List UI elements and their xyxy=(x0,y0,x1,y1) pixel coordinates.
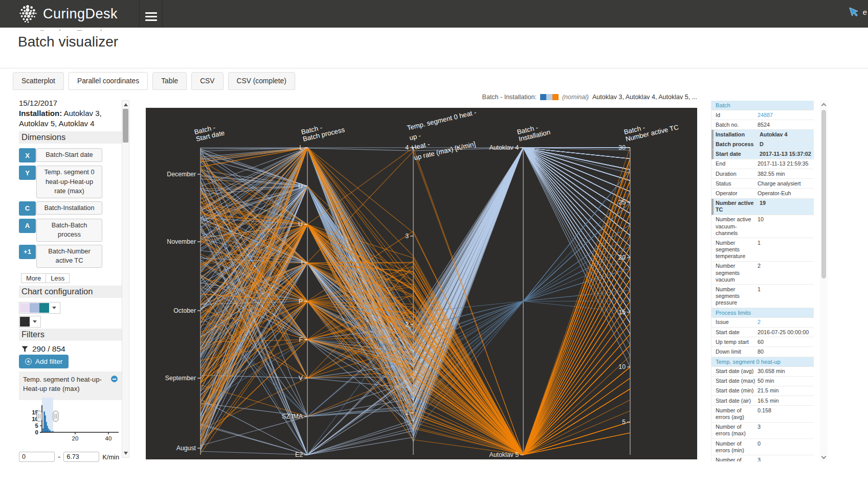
dimension-label[interactable]: Batch-Start date xyxy=(36,148,102,162)
detail-row-end[interactable]: End2017-11-13 21:59:35 xyxy=(711,159,814,169)
detail-row-number-of-errors-sum[interactable]: Number of errors (sum)3 xyxy=(711,455,814,461)
axis-title-installation[interactable]: Batch -Installation xyxy=(516,121,551,143)
tick-start-date: November xyxy=(167,238,196,245)
detail-scrollbar-thumb[interactable] xyxy=(821,110,826,278)
detail-row-label: Duration xyxy=(711,169,756,178)
detail-row-operator[interactable]: OperatorOperator-Euh xyxy=(711,189,814,198)
detail-row-installation[interactable]: InstallationAutoklav 4 xyxy=(711,130,814,140)
detail-row-issue[interactable]: Issue2 xyxy=(711,318,814,328)
detail-row-number-of-errors-max[interactable]: Number of errors (max)3 xyxy=(711,423,814,439)
single-color-dropdown[interactable] xyxy=(19,316,41,328)
tick-start-date: December xyxy=(167,171,196,178)
dimension-key-1[interactable]: +1 xyxy=(19,245,36,259)
add-filter-button[interactable]: + Add filter xyxy=(19,355,69,368)
dimension-label[interactable]: Batch-Batch process xyxy=(36,219,102,242)
dimension-key-a[interactable]: A xyxy=(19,219,36,233)
legend-swatch-2 xyxy=(552,94,559,100)
sidebar-scrollbar[interactable] xyxy=(122,100,129,458)
sidebar-date: 15/12/2017 xyxy=(19,99,57,107)
palette-dropdown[interactable] xyxy=(19,302,60,314)
detail-section-batch[interactable]: Batch xyxy=(711,101,814,110)
brush-handle-right[interactable] xyxy=(53,411,58,422)
detail-section-process-limits[interactable]: Process limits xyxy=(711,308,814,318)
tab-parallel-coordinates[interactable]: Parallel coordinates xyxy=(69,72,148,90)
detail-row-number-active-vacuum-channels[interactable]: Number active vacuum-channels10 xyxy=(711,215,814,239)
detail-row-start-date[interactable]: Start date2017-11-13 15:37:02 xyxy=(711,150,814,159)
sidebar-scrollbar-thumb[interactable] xyxy=(123,109,128,143)
detail-row-start-date-max[interactable]: Start date (max)50 min xyxy=(711,377,814,386)
detail-row-number-segments-vacuum[interactable]: Number segments vacuum2 xyxy=(711,262,814,285)
chart-legend: Batch - Installation: (nominal) Autoklav… xyxy=(448,92,697,101)
detail-row-value-link[interactable]: 2 xyxy=(756,318,814,327)
dimension-label[interactable]: Temp. segment 0 heat-up-Heat-up rate (ma… xyxy=(36,166,102,198)
detail-row-number-active-tc[interactable]: Number active TC19 xyxy=(711,199,814,215)
dimension-label[interactable]: Batch-Installation xyxy=(36,201,102,215)
tick-start-date: August xyxy=(176,445,196,452)
dimension-label[interactable]: Batch-Number active TC xyxy=(36,245,102,268)
more-button[interactable]: More xyxy=(21,273,46,283)
app-root: CuringDesk e CuringDesk Batch visualizer… xyxy=(0,0,868,488)
detail-row-label: Operator xyxy=(711,189,756,198)
detail-section-temp-segment-0-heat-up[interactable]: Temp. segment 0 heat-up xyxy=(711,357,814,367)
axis-title-start-date[interactable]: Batch -Start date xyxy=(193,122,225,143)
dimension-key-c[interactable]: C xyxy=(19,201,36,216)
detail-row-batch-no[interactable]: Batch no.8524 xyxy=(711,120,814,130)
detail-row-number-of-errors-min[interactable]: Number of errors (min)0 xyxy=(711,439,814,455)
filter-range-row: - K/min xyxy=(19,452,119,462)
axis-title-batch-process[interactable]: Batch -Batch process xyxy=(300,119,345,143)
detail-row-down-limit[interactable]: Down limit80 xyxy=(711,347,814,357)
detail-row-label: Start date (air) xyxy=(711,396,756,405)
detail-row-value: 2017-11-13 15:37:02 xyxy=(759,150,814,159)
tab-scatterplot[interactable]: Scatterplot xyxy=(13,72,64,90)
detail-row-label: Number of errors (avg) xyxy=(711,406,756,422)
scroll-up-icon[interactable] xyxy=(124,103,128,106)
detail-row-label: Number of errors (min) xyxy=(711,439,756,455)
brand[interactable]: CuringDesk xyxy=(18,4,118,24)
dimension-key-x[interactable]: X xyxy=(19,148,36,162)
tab-csv-complete[interactable]: CSV (complete) xyxy=(228,72,295,90)
tick-number-active-tc: 30 xyxy=(618,144,626,151)
detail-row-start-date-avg[interactable]: Start date (avg)30.658 min xyxy=(711,367,814,377)
detail-row-duration[interactable]: Duration382.55 min xyxy=(711,169,814,179)
detail-row-number-segments-pressure[interactable]: Number segments pressure1 xyxy=(711,285,814,308)
plus-icon: + xyxy=(25,358,32,365)
detail-row-batch-process[interactable]: Batch processD xyxy=(711,140,814,150)
parallel-coordinates-chart[interactable]: DecemberNovemberOctoberSeptemberAugustBa… xyxy=(146,108,697,459)
detail-row-number-segments-temperature[interactable]: Number segments temperature1 xyxy=(711,238,814,262)
detail-row-start-date[interactable]: Start date2016-07-25 00:00:00 xyxy=(711,328,814,337)
tab-bar: ScatterplotParallel coordinatesTableCSVC… xyxy=(13,72,295,90)
tab-table[interactable]: Table xyxy=(152,72,187,90)
detail-row-status[interactable]: StatusCharge analysiert xyxy=(711,179,814,189)
detail-row-label: Number of errors (sum) xyxy=(711,455,756,461)
filter-count-row: 290 / 854 xyxy=(21,344,65,354)
detail-row-up-temp-start[interactable]: Up temp start60 xyxy=(711,337,814,347)
detail-row-value-link[interactable]: 24887 xyxy=(756,110,814,120)
brush-handle-left[interactable] xyxy=(37,411,42,422)
range-to-input[interactable] xyxy=(63,452,99,462)
detail-row-number-of-errors-avg[interactable]: Number of errors (avg)0.158 xyxy=(711,406,814,422)
scroll-up-icon[interactable] xyxy=(821,103,826,108)
tick-number-active-tc: 15 xyxy=(618,309,626,316)
remove-filter-icon[interactable] xyxy=(111,376,118,382)
legend-label: Batch - Installation: xyxy=(482,94,537,101)
scroll-down-icon[interactable] xyxy=(124,452,128,455)
dimension-row-batch-installation: CBatch-Installation xyxy=(19,201,122,216)
axis-title-heatup-rate-max[interactable]: Temp. segment 0 heat -up -Heat -up rate … xyxy=(406,108,484,161)
scroll-down-icon[interactable] xyxy=(821,454,826,459)
tick-batch-process: P xyxy=(299,298,303,305)
detail-scrollbar[interactable] xyxy=(820,101,828,461)
less-button[interactable]: Less xyxy=(46,273,70,283)
filter-histogram[interactable]: 0510152040 xyxy=(20,396,128,447)
dimension-key-y[interactable]: Y xyxy=(19,166,36,180)
detail-row-value: 19 xyxy=(759,199,814,215)
range-from-input[interactable] xyxy=(19,452,55,462)
tab-csv[interactable]: CSV xyxy=(191,72,223,90)
axis-title-number-active-tc[interactable]: Batch -Number active TC xyxy=(623,116,679,143)
add-filter-label: Add filter xyxy=(35,358,62,365)
menu-toggle-button[interactable] xyxy=(139,0,163,28)
detail-row-start-date-min[interactable]: Start date (min)21.5 min xyxy=(711,386,814,396)
detail-row-id[interactable]: Id24887 xyxy=(711,110,814,120)
detail-row-start-date-air[interactable]: Start date (air)16.5 min xyxy=(711,396,814,406)
installation-label: Installation: xyxy=(19,109,62,118)
tick-batch-process: I xyxy=(301,259,303,266)
